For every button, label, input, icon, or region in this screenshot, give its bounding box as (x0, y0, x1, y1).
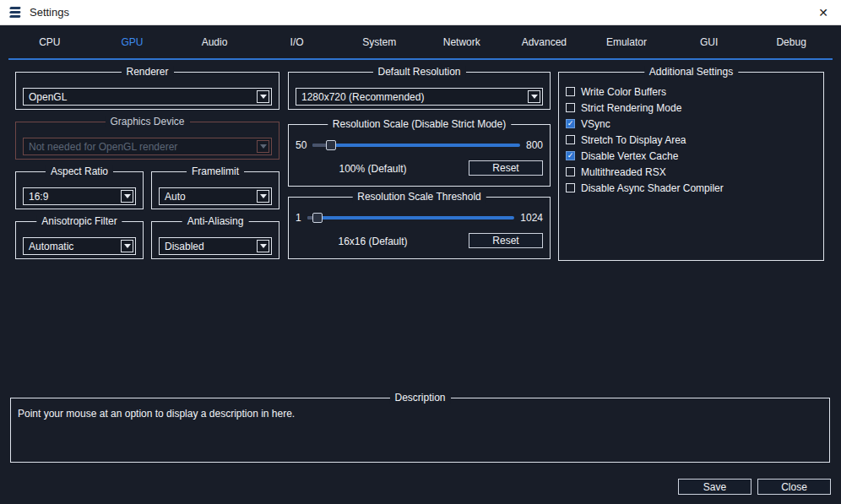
chevron-down-icon[interactable] (121, 240, 133, 252)
checkbox-label: Multithreaded RSX (581, 166, 666, 178)
description-text: Point your mouse at an option to display… (18, 408, 295, 420)
renderer-group: Renderer OpenGL (15, 72, 279, 110)
description-group: Description Point your mouse at an optio… (10, 398, 830, 463)
default-resolution-dropdown[interactable]: 1280x720 (Recommended) (296, 88, 543, 106)
checkbox-row-vsync[interactable]: VSync (566, 116, 823, 132)
renderer-value: OpenGL (24, 91, 255, 103)
resolution-scale-value: 100% (Default) (289, 163, 457, 175)
checkbox-label: Stretch To Display Area (581, 134, 686, 146)
aspect-ratio-value: 16:9 (24, 191, 119, 203)
chevron-down-icon[interactable] (257, 190, 269, 203)
tab-cpu[interactable]: CPU (8, 25, 91, 58)
aspect-ratio-group: Aspect Ratio 16:9 (15, 171, 144, 209)
resolution-scale-group: Resolution Scale (Disable Strict Mode) 5… (288, 124, 551, 187)
framelimit-group: Framelimit Auto (151, 171, 279, 209)
tab-debug[interactable]: Debug (750, 25, 833, 58)
anisotropic-filter-value: Automatic (24, 241, 119, 252)
slider-max-label: 1024 (520, 212, 543, 224)
anisotropic-filter-dropdown[interactable]: Automatic (23, 237, 136, 255)
unchecked-checkbox-icon[interactable] (566, 103, 575, 112)
framelimit-value: Auto (160, 191, 255, 203)
anti-aliasing-dropdown[interactable]: Disabled (159, 237, 272, 255)
resolution-scale-threshold-value: 16x16 (Default) (289, 236, 457, 247)
resolution-scale-threshold-reset-button[interactable]: Reset (469, 233, 543, 248)
unchecked-checkbox-icon[interactable] (566, 167, 575, 176)
resolution-scale-reset-button[interactable]: Reset (469, 160, 543, 176)
graphics-device-dropdown: Not needed for OpenGL renderer (23, 138, 272, 155)
slider-track[interactable] (312, 144, 520, 147)
tab-emulator[interactable]: Emulator (585, 25, 668, 58)
aspect-ratio-group-label: Aspect Ratio (46, 165, 113, 177)
renderer-group-label: Renderer (121, 66, 173, 78)
slider-min-label: 1 (296, 212, 301, 224)
resolution-scale-slider[interactable]: 50 800 (296, 137, 543, 154)
unchecked-checkbox-icon[interactable] (566, 183, 575, 192)
save-button[interactable]: Save (678, 479, 751, 495)
window-title: Settings (30, 6, 69, 19)
tab-audio[interactable]: Audio (173, 25, 256, 58)
slider-max-label: 800 (526, 139, 543, 151)
checkbox-label: Strict Rendering Mode (581, 102, 681, 114)
framelimit-group-label: Framelimit (187, 165, 244, 177)
checkbox-row-write-color-buffers[interactable]: Write Color Buffers (566, 84, 823, 100)
checkbox-label: Disable Vertex Cache (581, 150, 678, 162)
checkbox-label: Disable Async Shader Compiler (581, 182, 724, 194)
resolution-scale-threshold-group-label: Resolution Scale Threshold (352, 191, 486, 203)
checkbox-row-multithreaded-rsx[interactable]: Multithreaded RSX (566, 164, 823, 180)
additional-settings-group-label: Additional Settings (644, 66, 738, 78)
settings-window: Settings ✕ CPUGPUAudioI/OSystemNetworkAd… (0, 0, 841, 504)
tab-gpu[interactable]: GPU (91, 25, 174, 58)
graphics-device-group: Graphics Device Not needed for OpenGL re… (15, 122, 279, 160)
chevron-down-icon[interactable] (257, 240, 269, 252)
tab-bar: CPUGPUAudioI/OSystemNetworkAdvancedEmula… (8, 25, 833, 60)
default-resolution-group: Default Resolution 1280x720 (Recommended… (288, 72, 551, 110)
checkbox-row-stretch-to-display-area[interactable]: Stretch To Display Area (566, 132, 823, 148)
anti-aliasing-group-label: Anti-Aliasing (182, 215, 249, 227)
chevron-down-icon[interactable] (121, 190, 133, 203)
resolution-scale-threshold-group: Resolution Scale Threshold 1 1024 16x16 … (288, 197, 551, 259)
anti-aliasing-value: Disabled (160, 241, 255, 252)
default-resolution-group-label: Default Resolution (372, 66, 465, 78)
app-logo-icon (8, 6, 23, 19)
close-window-button[interactable]: ✕ (806, 0, 841, 25)
default-resolution-value: 1280x720 (Recommended) (296, 91, 526, 103)
checked-checkbox-icon[interactable] (566, 151, 575, 160)
checkbox-label: VSync (581, 118, 610, 130)
checked-checkbox-icon[interactable] (566, 119, 575, 128)
anisotropic-filter-group: Anisotropic Filter Automatic (15, 221, 144, 259)
aspect-ratio-dropdown[interactable]: 16:9 (23, 187, 136, 205)
additional-settings-group: Additional Settings Write Color BuffersS… (558, 72, 824, 261)
anisotropic-filter-group-label: Anisotropic Filter (36, 215, 122, 227)
slider-track[interactable] (307, 216, 515, 219)
tab-network[interactable]: Network (420, 25, 503, 58)
chevron-down-icon[interactable] (257, 90, 269, 103)
close-button[interactable]: Close (757, 479, 831, 495)
checkbox-row-strict-rendering-mode[interactable]: Strict Rendering Mode (566, 100, 823, 116)
resolution-scale-threshold-slider[interactable]: 1 1024 (296, 209, 543, 226)
graphics-device-group-label: Graphics Device (105, 116, 189, 127)
chevron-down-icon[interactable] (528, 90, 540, 103)
slider-min-label: 50 (296, 139, 307, 151)
checkbox-row-disable-async-shader-compiler[interactable]: Disable Async Shader Compiler (566, 180, 823, 196)
chevron-down-icon (257, 140, 269, 153)
tab-i-o[interactable]: I/O (256, 25, 339, 58)
slider-handle[interactable] (326, 140, 336, 150)
graphics-device-value: Not needed for OpenGL renderer (24, 141, 255, 153)
tab-advanced[interactable]: Advanced (503, 25, 586, 58)
tab-system[interactable]: System (338, 25, 420, 58)
resolution-scale-group-label: Resolution Scale (Disable Strict Mode) (328, 118, 511, 130)
unchecked-checkbox-icon[interactable] (566, 87, 575, 96)
description-group-label: Description (389, 392, 450, 404)
anti-aliasing-group: Anti-Aliasing Disabled (151, 221, 279, 259)
tab-gui[interactable]: GUI (668, 25, 751, 58)
checkbox-label: Write Color Buffers (581, 86, 666, 98)
unchecked-checkbox-icon[interactable] (566, 135, 575, 144)
slider-handle[interactable] (312, 213, 323, 223)
checkbox-row-disable-vertex-cache[interactable]: Disable Vertex Cache (566, 148, 823, 164)
additional-settings-list: Write Color BuffersStrict Rendering Mode… (559, 84, 823, 196)
renderer-dropdown[interactable]: OpenGL (23, 88, 272, 106)
framelimit-dropdown[interactable]: Auto (159, 187, 272, 205)
title-bar: Settings ✕ (0, 0, 841, 25)
